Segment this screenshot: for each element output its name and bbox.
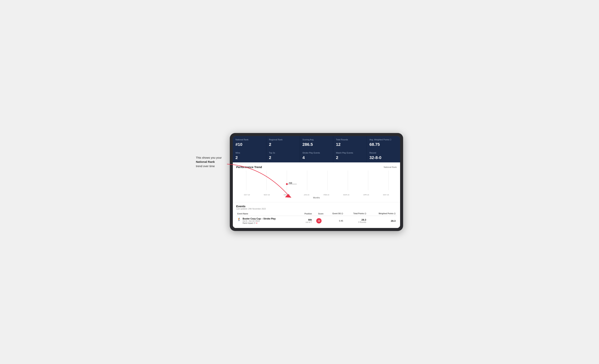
event-date: Oct 9 - Oct 10, 2023 <box>243 220 276 222</box>
event-name-cell: 🏌️ Buster Cozy Cup – Stroke Play Oct 9 -… <box>236 216 298 226</box>
stat-top3s: Top 3s 2 <box>266 149 300 162</box>
col-total-points: Total Points ⓘ <box>344 212 367 216</box>
svg-text:#10: #10 <box>289 182 292 184</box>
event-score: -22 <box>313 216 325 226</box>
x-label-oct23: OCT 23 <box>237 194 257 196</box>
performance-section: Performance Trend National Rank <box>233 162 400 202</box>
col-position: Position <box>298 212 313 216</box>
tablet-frame: National Rank #10 Regional Rank 2 Scorin… <box>230 133 403 231</box>
table-row: 🏌️ Buster Cozy Cup – Stroke Play Oct 9 -… <box>236 216 397 226</box>
event-position: 6th out of 7 <box>298 216 313 226</box>
col-event-name: Event Name <box>236 212 298 216</box>
stat-avg-weighted-points: Avg. Weighted Pointsⓘ 68.75 <box>367 136 400 149</box>
x-label-jan24: JAN 24 <box>297 194 317 196</box>
col-score: Score <box>313 212 325 216</box>
performance-header: Performance Trend National Rank <box>236 165 397 169</box>
x-label-dec23: DEC 23 <box>277 194 297 196</box>
annotation-text: This shows you your National Rank trend … <box>196 156 234 169</box>
tablet-screen: National Rank #10 Regional Rank 2 Scorin… <box>233 136 400 228</box>
performance-label: National Rank <box>384 166 397 168</box>
stat-total-rounds: Total Rounds 12 <box>333 136 367 149</box>
event-name-main: Buster Cozy Cup – Stroke Play <box>243 217 276 220</box>
col-event-sg: Event SG ⓘ <box>325 212 344 216</box>
chart-svg: #10 <box>236 170 397 193</box>
x-label-nov23: NOV 23 <box>257 194 277 196</box>
x-label-may24: MAY 24 <box>376 194 396 196</box>
performance-title: Performance Trend <box>236 165 262 169</box>
rank-impact: Rank Impact: 3 ▼ <box>243 222 276 224</box>
stat-regional-rank: Regional Rank 2 <box>266 136 300 149</box>
score-badge: -22 <box>316 218 322 223</box>
chart-x-labels: OCT 23 NOV 23 DEC 23 JAN 24 FEB 24 MAR 2… <box>236 194 397 196</box>
chart-x-axis-title: Months <box>236 196 397 199</box>
performance-chart: #10 <box>236 170 397 193</box>
event-type-icon: 🏌️ <box>237 218 241 221</box>
events-section: Events Last updated: 24th November 2023 … <box>233 202 400 228</box>
page-wrapper: This shows you your National Rank trend … <box>196 133 403 231</box>
events-table: Event Name Position Score Event SG ⓘ Tot… <box>236 212 397 226</box>
events-last-updated: Last updated: 24th November 2023 <box>236 208 397 210</box>
events-table-header-row: Event Name Position Score Event SG ⓘ Tot… <box>236 212 397 216</box>
stat-record: Record 32-8-0 <box>367 149 400 162</box>
stat-wins: Wins 2 <box>233 149 266 162</box>
stat-national-rank: National Rank #10 <box>233 136 266 149</box>
total-points: 28.3 3 Rounds <box>344 216 367 226</box>
x-label-mar24: MAR 24 <box>336 194 356 196</box>
col-weighted-points: Weighted Points ⓘ <box>367 212 397 216</box>
weighted-points: 28.3 <box>367 216 397 226</box>
stat-stroke-play-events: Stroke Play Events 4 <box>300 149 333 162</box>
stat-match-play-events: Match Play Events 2 <box>333 149 367 162</box>
x-label-apr24: APR 24 <box>356 194 376 196</box>
stat-scoring-avg: Scoring Avg. 286.5 <box>300 136 333 149</box>
stats-row-2: Wins 2 Top 3s 2 Stroke Play Events 4 Mat… <box>233 149 400 162</box>
event-sg: 0.45 <box>325 216 344 226</box>
events-title: Events <box>236 204 397 208</box>
x-label-feb24: FEB 24 <box>317 194 336 196</box>
stats-row-1: National Rank #10 Regional Rank 2 Scorin… <box>233 136 400 149</box>
svg-point-9 <box>286 183 288 185</box>
